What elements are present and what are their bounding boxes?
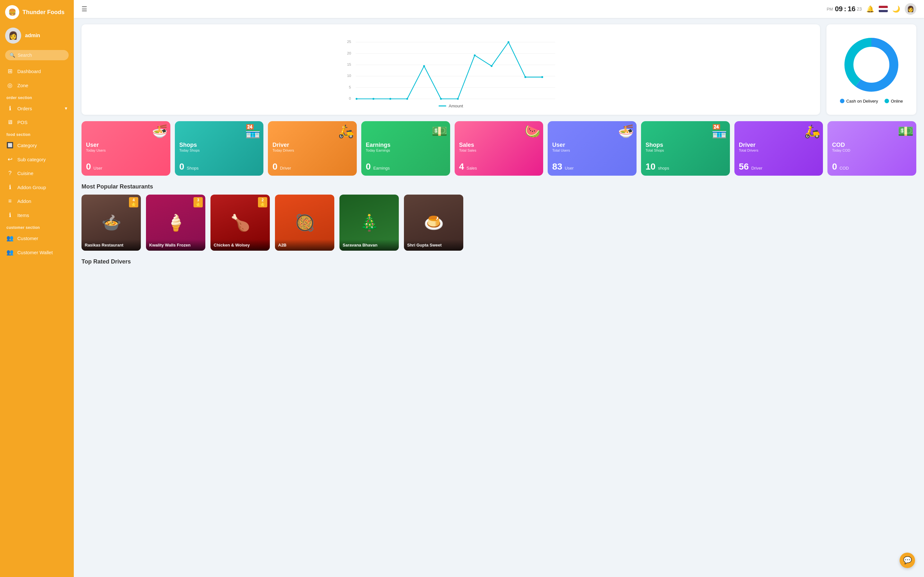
- search-bar[interactable]: 🔍: [5, 50, 69, 60]
- svg-point-35: [541, 76, 543, 78]
- stat-card-emoji: 🍜: [618, 124, 634, 139]
- subcategory-icon: ↩: [6, 156, 13, 163]
- sidebar-item-addon[interactable]: ≡ Addon: [0, 194, 74, 208]
- stat-title: Sales: [459, 142, 539, 148]
- stat-card-earnings-today: 💵 Earnings Today Earnings 0 Earnings: [361, 121, 450, 176]
- drivers-section: Top Rated Drivers: [81, 258, 916, 265]
- stat-card-user-total: 🍜 User Total Users 83 User: [548, 121, 636, 176]
- topbar: ☰ PM 09 : 16 23 🔔 🌙 👩: [74, 0, 924, 18]
- svg-point-38: [854, 47, 889, 82]
- stat-unit: shops: [658, 166, 669, 171]
- restaurant-card-shri-gupta[interactable]: 🍮 Shri Gupta Sweet: [404, 195, 463, 251]
- restaurant-card-saravana[interactable]: 🎄 Saravana Bhavan: [339, 195, 399, 251]
- restaurant-name: Kwality Walls Frozen: [149, 243, 202, 247]
- restaurant-card-a2b[interactable]: 🥘 A2B: [275, 195, 334, 251]
- sidebar-item-label: Orders: [17, 106, 32, 111]
- sidebar-item-cuisine[interactable]: ? Cuisine: [0, 166, 74, 180]
- sidebar-item-label: Customer Wallet: [17, 250, 53, 255]
- hamburger-menu-icon[interactable]: ☰: [81, 5, 87, 13]
- food-section-label: food section: [0, 129, 74, 138]
- sidebar-item-customer-wallet[interactable]: 👥 Customer Wallet: [0, 245, 74, 259]
- svg-text:0: 0: [349, 97, 351, 100]
- stat-title: User: [552, 142, 632, 148]
- user-profile-area: 👩 admin: [0, 24, 74, 49]
- stat-card-driver-today: 🛵 Driver Today Drivers 0 Driver: [268, 121, 357, 176]
- restaurant-name: Saravana Bhavan: [342, 243, 396, 247]
- chart-legend: Amount: [88, 103, 814, 108]
- restaurants-section-title: Most Popular Restaurants: [81, 183, 916, 190]
- restaurant-card-kwality[interactable]: 🍦 Kwality Walls Frozen 3 ⭐: [146, 195, 205, 251]
- sidebar-item-zone[interactable]: ◎ Zone: [0, 78, 74, 92]
- addon-icon: ≡: [6, 198, 13, 205]
- moon-icon[interactable]: 🌙: [892, 5, 900, 13]
- sidebar-item-pos[interactable]: 🖥 POS: [0, 115, 74, 129]
- cuisine-icon: ?: [6, 170, 13, 177]
- sidebar-item-customer[interactable]: 👥 Customer: [0, 231, 74, 245]
- flag-icon: [879, 6, 888, 12]
- restaurants-grid: 🍲 Rasikas Restaurant 4 ⭐ 🍦 Kwality Walls…: [81, 195, 916, 252]
- restaurant-card-rasikas[interactable]: 🍲 Rasikas Restaurant 4 ⭐: [81, 195, 141, 251]
- stat-card-emoji: 🍜: [152, 124, 168, 139]
- content-area: 0 5 10 15 20 25 Jan Feb Mar: [74, 18, 924, 577]
- pos-icon: 🖥: [6, 119, 13, 126]
- sidebar-item-label: Dashboard: [17, 69, 41, 74]
- stat-unit: Driver: [280, 166, 291, 171]
- svg-text:15: 15: [347, 63, 351, 66]
- stat-card-user-today: 🍜 User Today Users 0 User: [81, 121, 170, 176]
- sidebar-item-items[interactable]: ℹ Items: [0, 208, 74, 222]
- svg-text:10: 10: [347, 74, 351, 77]
- cash-legend-item: Cash on Delivery: [840, 99, 878, 103]
- restaurant-card-chicken[interactable]: 🍗 Chicken & Wolsey 2 ⭐: [210, 195, 270, 251]
- sidebar-item-category[interactable]: 🔲 Category: [0, 138, 74, 152]
- stat-unit: Earnings: [373, 166, 389, 171]
- stat-subtitle: Total Sales: [459, 148, 539, 152]
- search-input[interactable]: [18, 53, 64, 58]
- main-area: ☰ PM 09 : 16 23 🔔 🌙 👩: [74, 0, 924, 577]
- charts-row: 0 5 10 15 20 25 Jan Feb Mar: [81, 24, 916, 115]
- stat-value: 4 Sales: [459, 156, 539, 172]
- sidebar-item-label: Addon: [17, 198, 31, 204]
- sidebar-item-label: Category: [17, 143, 37, 148]
- notification-icon[interactable]: 🔔: [866, 5, 874, 13]
- stat-card-emoji: 🏪: [711, 124, 727, 139]
- restaurant-rank-badge: 2 ⭐: [258, 197, 267, 207]
- stat-card-driver-total: 🛵 Driver Total Drivers 56 Driver: [734, 121, 823, 176]
- sidebar-item-addon-group[interactable]: ℹ Addon Group: [0, 180, 74, 194]
- stat-unit: Sales: [467, 166, 477, 171]
- restaurant-overlay: A2B: [275, 239, 334, 251]
- stat-card-emoji: 💵: [898, 124, 914, 139]
- stat-value: 83 User: [552, 156, 632, 172]
- stat-subtitle: Total Drivers: [739, 148, 819, 152]
- stat-subtitle: Today Earnings: [366, 148, 446, 152]
- items-icon: ℹ: [6, 211, 13, 219]
- donut-legend: Cash on Delivery Online: [840, 99, 903, 103]
- svg-point-31: [474, 55, 476, 56]
- svg-text:5: 5: [349, 85, 351, 89]
- stat-subtitle: Today COD: [832, 148, 912, 152]
- stat-title: Driver: [272, 142, 352, 148]
- sidebar-item-dashboard[interactable]: ⊞ Dashboard: [0, 64, 74, 78]
- sidebar-item-orders[interactable]: ℹ Orders ▾: [0, 101, 74, 115]
- svg-point-33: [507, 41, 509, 43]
- stat-subtitle: Total Users: [552, 148, 632, 152]
- customer-icon: 👥: [6, 235, 13, 242]
- customer-section-label: customer section: [0, 222, 74, 231]
- stat-value: 10 shops: [646, 156, 725, 172]
- sidebar-logo: 🍔 Thunder Foods: [0, 0, 74, 24]
- sidebar-item-label: Zone: [17, 83, 28, 88]
- logo-emoji: 🍔: [8, 8, 16, 16]
- sidebar-item-subcategory[interactable]: ↩ Sub category: [0, 152, 74, 166]
- svg-point-24: [355, 98, 357, 100]
- stat-card-shops-total: 🏪 Shops Total Shops 10 shops: [641, 121, 730, 176]
- stat-title: COD: [832, 142, 912, 148]
- time-period: PM: [827, 7, 833, 11]
- restaurant-name: Chicken & Wolsey: [214, 243, 267, 247]
- sidebar-item-label: POS: [17, 119, 27, 125]
- user-avatar[interactable]: 👩: [905, 3, 916, 15]
- donut-chart-svg: [843, 36, 900, 93]
- chat-bubble[interactable]: 💬: [900, 553, 915, 568]
- svg-text:20: 20: [347, 51, 351, 55]
- restaurant-rank-badge: 3 ⭐: [194, 197, 203, 207]
- stat-card-emoji: 🛵: [804, 124, 821, 139]
- time-minutes: 16: [848, 5, 855, 13]
